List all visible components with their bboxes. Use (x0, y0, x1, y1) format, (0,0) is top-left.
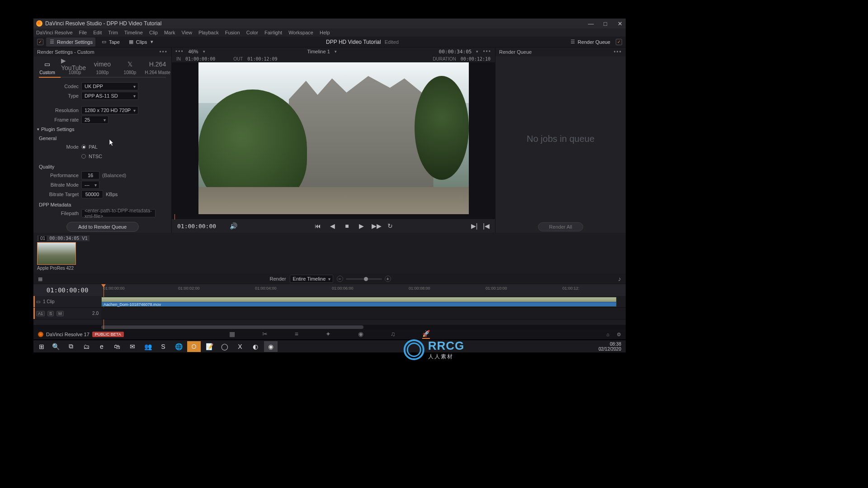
timeline-h-scrollbar[interactable] (33, 325, 626, 329)
taskbar-obs-icon[interactable]: ◯ (218, 341, 231, 352)
step-fwd-button[interactable]: ▶▶ (372, 222, 380, 230)
start-button[interactable]: ⊞ (36, 341, 47, 352)
page-cut-icon[interactable]: ✂ (262, 330, 268, 338)
taskbar-store-icon[interactable]: 🛍 (110, 341, 124, 352)
filepath-input[interactable]: <enter-path-to-DPP-metadata-xml-file> (81, 209, 156, 217)
render-scope-select[interactable]: Entire Timeline ▾ (290, 275, 333, 283)
menu-edit[interactable]: Edit (93, 30, 102, 35)
page-color-icon[interactable]: ◉ (358, 330, 363, 338)
taskbar-teams-icon[interactable]: 👥 (141, 341, 155, 352)
thumbnails-icon[interactable]: ▦ (38, 276, 42, 282)
menu-view[interactable]: View (181, 30, 192, 35)
bitrate-target-input[interactable]: 50000 (81, 190, 103, 198)
page-fairlight-icon[interactable]: ♫ (391, 330, 396, 338)
taskbar-taskview-icon[interactable]: ⧉ (64, 341, 78, 352)
taskbar-skype-icon[interactable]: S (156, 341, 170, 352)
play-button[interactable]: ▶ (357, 222, 365, 230)
video-clip[interactable]: Aachen_Dom-1018746078.mov (101, 297, 617, 307)
minimize-button[interactable]: — (588, 20, 594, 27)
render-all-button[interactable]: Render All (538, 222, 583, 231)
type-select[interactable]: DPP AS-11 SD▾ (81, 92, 138, 100)
preset-h264[interactable]: H.264 H.264 Maste (144, 59, 171, 75)
viewer-mini-track[interactable] (172, 214, 495, 219)
clip-item[interactable]: 01 00:00:34:05 V1 Apple ProRes 422 (37, 235, 90, 271)
menu-clip[interactable]: Clip (149, 30, 158, 35)
taskbar-clock[interactable]: 08:38 02/12/2020 (599, 342, 623, 352)
menu-davinci-resolve[interactable]: DaVinci Resolve (36, 30, 73, 35)
go-in-button[interactable]: ▶| (471, 222, 478, 230)
go-start-button[interactable]: ⏮ (314, 222, 322, 230)
menu-file[interactable]: File (79, 30, 87, 35)
zoom-slider[interactable] (346, 278, 382, 280)
volume-icon[interactable]: 🔊 (230, 222, 237, 230)
taskbar-search-icon[interactable]: 🔍 (49, 341, 62, 352)
preset-youtube[interactable]: ▶ YouTube 1080p (61, 59, 89, 75)
go-out-button[interactable]: |◀ (483, 222, 490, 230)
solo-button[interactable]: S (47, 311, 54, 316)
taskbar-notes-icon[interactable]: 📝 (203, 341, 216, 352)
codec-select[interactable]: UK DPP▾ (81, 82, 138, 90)
menu-workspace[interactable]: Workspace (288, 30, 313, 35)
step-back-button[interactable]: ◀ (328, 222, 336, 230)
chevron-down-icon[interactable]: ▾ (476, 49, 478, 54)
page-deliver-icon[interactable]: 🚀 (422, 330, 430, 339)
home-icon[interactable]: ⌂ (606, 332, 609, 338)
page-fusion-icon[interactable]: ✦ (326, 330, 331, 338)
render-settings-toggle[interactable]: ☰ Render Settings (46, 38, 95, 47)
page-media-icon[interactable]: ▦ (229, 330, 235, 338)
chevron-down-icon[interactable]: ▾ (203, 49, 205, 54)
panel-menu-icon[interactable]: ••• (159, 49, 168, 55)
preset-twitter[interactable]: 𝕏 1080p (116, 59, 144, 75)
viewer-right-menu-icon[interactable]: ••• (483, 48, 491, 55)
stop-button[interactable]: ■ (343, 222, 351, 230)
framerate-select[interactable]: 25▾ (81, 116, 108, 124)
zoom-label[interactable]: 46% (189, 49, 198, 54)
toolbar-check-icon[interactable]: ✓ (37, 39, 43, 45)
menu-fairlight[interactable]: Fairlight (264, 30, 282, 35)
toolbar-right-check-icon[interactable]: ✓ (616, 39, 622, 45)
track-body[interactable]: Aachen_Dom-1018746078.mov (101, 296, 626, 325)
maximize-button[interactable]: □ (602, 20, 609, 27)
audio-mixer-icon[interactable]: ♪ (618, 275, 621, 282)
render-queue-toggle[interactable]: ☰ Render Queue (567, 38, 613, 47)
menu-playback[interactable]: Playback (198, 30, 219, 35)
page-edit-icon[interactable]: ≡ (295, 330, 298, 338)
zoom-in-button[interactable]: + (385, 276, 391, 282)
viewer-stage[interactable] (172, 62, 495, 214)
viewer-left-menu-icon[interactable]: ••• (175, 48, 184, 55)
performance-input[interactable]: 16 (81, 171, 99, 179)
menu-timeline[interactable]: Timeline (124, 30, 143, 35)
taskbar-explorer-icon[interactable]: 🗂 (80, 341, 93, 352)
menu-mark[interactable]: Mark (164, 30, 175, 35)
clips-toggle[interactable]: ▦ Clips ▾ (125, 38, 158, 47)
track-head-a1[interactable]: A1 S M 2.0 (33, 308, 101, 319)
menu-trim[interactable]: Trim (108, 30, 118, 35)
add-to-render-queue-button[interactable]: Add to Render Queue (66, 222, 139, 232)
taskbar-edge-icon[interactable]: e (95, 341, 108, 352)
resolution-select[interactable]: 1280 x 720 HD 720P▾ (81, 106, 138, 114)
taskbar-excel-icon[interactable]: X (233, 341, 247, 352)
taskbar-resolve-icon[interactable]: ◉ (264, 341, 278, 352)
taskbar-chrome-icon[interactable]: ◐ (249, 341, 262, 352)
loop-button[interactable]: ↻ (386, 222, 394, 230)
close-button[interactable]: ✕ (617, 20, 623, 27)
zoom-out-button[interactable]: − (337, 276, 343, 282)
menu-help[interactable]: Help (320, 30, 330, 35)
mute-button[interactable]: M (57, 311, 64, 316)
mode-pal-radio[interactable] (81, 145, 86, 149)
taskbar-globe-icon[interactable]: 🌐 (172, 341, 185, 352)
taskbar-outlook-icon[interactable]: O (187, 341, 201, 352)
taskbar-mail-icon[interactable]: ✉ (126, 341, 139, 352)
mode-ntsc-radio[interactable] (81, 154, 86, 159)
preset-vimeo[interactable]: vimeo 1080p (89, 59, 116, 75)
plugin-settings-collapse[interactable]: ▾ Plugin Settings (37, 125, 168, 133)
settings-gear-icon[interactable]: ⚙ (617, 332, 621, 338)
track-head-v1[interactable]: ▭ V1 1 Clip (33, 296, 101, 308)
queue-menu-icon[interactable]: ••• (613, 49, 622, 55)
chevron-down-icon[interactable]: ▾ (335, 49, 337, 54)
preset-custom[interactable]: ▭ Custom (33, 59, 61, 75)
timeline-name[interactable]: Timeline 1 (307, 49, 330, 54)
menu-fusion[interactable]: Fusion (225, 30, 240, 35)
menu-color[interactable]: Color (246, 30, 258, 35)
tape-toggle[interactable]: ▭ Tape (98, 38, 123, 47)
